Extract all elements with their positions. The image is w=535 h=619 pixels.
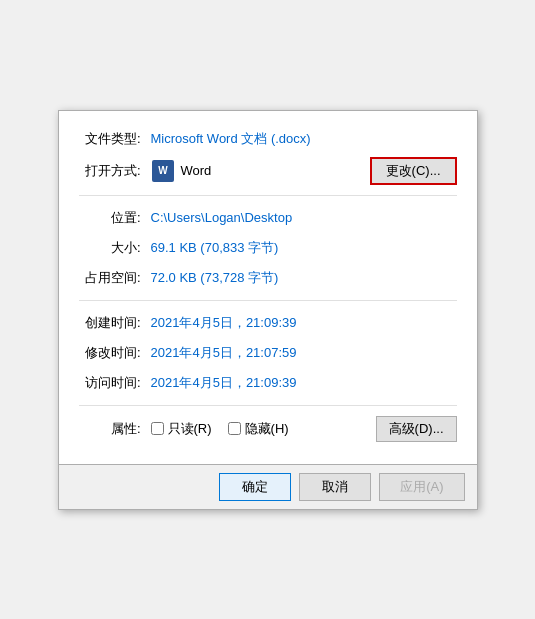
size-on-disk-value: 72.0 KB (73,728 字节): [151, 269, 457, 287]
size-on-disk-label: 占用空间:: [79, 269, 151, 287]
attributes-label: 属性:: [79, 420, 151, 438]
hidden-label: 隐藏(H): [245, 420, 289, 438]
readonly-checkbox[interactable]: [151, 422, 164, 435]
hidden-checkbox[interactable]: [228, 422, 241, 435]
size-on-disk-row: 占用空间: 72.0 KB (73,728 字节): [79, 266, 457, 290]
file-type-label: 文件类型:: [79, 130, 151, 148]
modified-row: 修改时间: 2021年4月5日，21:07:59: [79, 341, 457, 365]
dialog-body: 文件类型: Microsoft Word 文档 (.docx) 打开方式: W …: [59, 111, 477, 464]
change-button[interactable]: 更改(C)...: [370, 157, 457, 185]
section-attributes: 属性: 只读(R) 隐藏(H) 高级(D)...: [79, 416, 457, 452]
file-type-row: 文件类型: Microsoft Word 文档 (.docx): [79, 127, 457, 151]
open-with-content: W Word 更改(C)...: [151, 157, 457, 185]
attributes-row: 属性: 只读(R) 隐藏(H) 高级(D)...: [79, 416, 457, 442]
cancel-button[interactable]: 取消: [299, 473, 371, 501]
word-icon: W: [151, 159, 175, 183]
accessed-value: 2021年4月5日，21:09:39: [151, 374, 457, 392]
app-name-label: Word: [181, 163, 362, 178]
location-value: C:\Users\Logan\Desktop: [151, 210, 457, 225]
location-label: 位置:: [79, 209, 151, 227]
ok-button[interactable]: 确定: [219, 473, 291, 501]
apply-button[interactable]: 应用(A): [379, 473, 464, 501]
created-label: 创建时间:: [79, 314, 151, 332]
readonly-label: 只读(R): [168, 420, 212, 438]
open-with-label: 打开方式:: [79, 162, 151, 180]
location-row: 位置: C:\Users\Logan\Desktop: [79, 206, 457, 230]
file-type-value: Microsoft Word 文档 (.docx): [151, 130, 457, 148]
modified-label: 修改时间:: [79, 344, 151, 362]
open-with-row: 打开方式: W Word 更改(C)...: [79, 157, 457, 185]
section-timestamps: 创建时间: 2021年4月5日，21:09:39 修改时间: 2021年4月5日…: [79, 311, 457, 406]
modified-value: 2021年4月5日，21:07:59: [151, 344, 457, 362]
created-row: 创建时间: 2021年4月5日，21:09:39: [79, 311, 457, 335]
size-value: 69.1 KB (70,833 字节): [151, 239, 457, 257]
size-row: 大小: 69.1 KB (70,833 字节): [79, 236, 457, 260]
accessed-row: 访问时间: 2021年4月5日，21:09:39: [79, 371, 457, 395]
hidden-checkbox-group: 隐藏(H): [228, 420, 289, 438]
advanced-button[interactable]: 高级(D)...: [376, 416, 457, 442]
dialog-footer: 确定 取消 应用(A): [59, 464, 477, 509]
readonly-checkbox-group: 只读(R): [151, 420, 212, 438]
created-value: 2021年4月5日，21:09:39: [151, 314, 457, 332]
section-location-size: 位置: C:\Users\Logan\Desktop 大小: 69.1 KB (…: [79, 206, 457, 301]
accessed-label: 访问时间:: [79, 374, 151, 392]
section-file-info: 文件类型: Microsoft Word 文档 (.docx) 打开方式: W …: [79, 127, 457, 196]
properties-dialog: 文件类型: Microsoft Word 文档 (.docx) 打开方式: W …: [58, 110, 478, 510]
size-label: 大小:: [79, 239, 151, 257]
